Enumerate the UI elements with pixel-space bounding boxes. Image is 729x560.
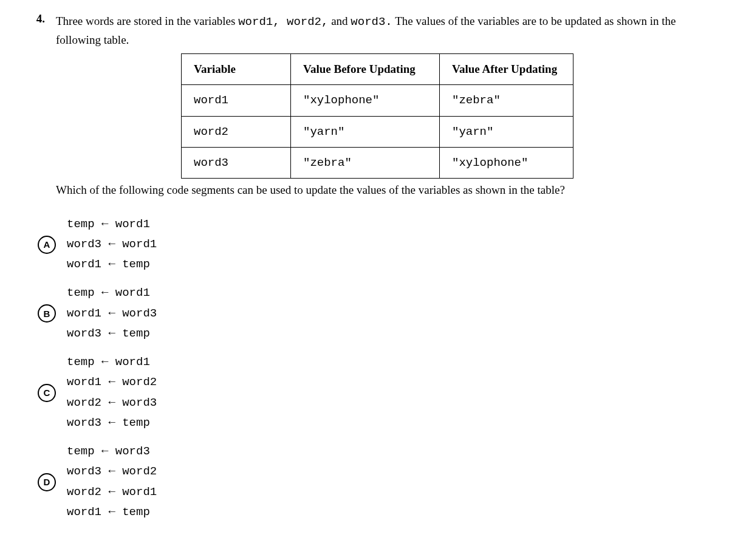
answer-choices: A temp ← word1 word3 ← word1 word1 ← tem… <box>38 214 699 523</box>
code-line: word1 ← temp <box>67 505 150 519</box>
choice-b[interactable]: B temp ← word1 word1 ← word3 word3 ← tem… <box>38 283 699 344</box>
question-number: 4. <box>30 12 45 26</box>
cell-variable: word2 <box>182 116 291 147</box>
cell-after: "xylophone" <box>440 147 573 178</box>
cell-after: "yarn" <box>440 116 573 147</box>
cell-variable: word3 <box>182 147 291 178</box>
code-line: word3 ← word2 <box>67 465 157 478</box>
choice-letter: B <box>38 304 56 323</box>
code-line: word3 ← temp <box>67 327 150 340</box>
question-body: Three words are stored in the variables … <box>56 12 699 200</box>
choice-letter: C <box>38 384 56 402</box>
question-block: 4. Three words are stored in the variabl… <box>30 12 699 200</box>
cell-after: "zebra" <box>440 85 573 116</box>
table-row: word3 "zebra" "xylophone" <box>182 147 573 178</box>
choice-c[interactable]: C temp ← word1 word1 ← word2 word2 ← wor… <box>38 352 699 433</box>
choice-code: temp ← word1 word1 ← word3 word3 ← temp <box>67 283 157 344</box>
code-line: word1 ← temp <box>67 258 150 271</box>
header-after: Value After Updating <box>440 53 573 84</box>
code-line: word3 ← temp <box>67 416 150 429</box>
choice-code: temp ← word3 word3 ← word2 word2 ← word1… <box>67 442 157 522</box>
choice-code: temp ← word1 word1 ← word2 word2 ← word3… <box>67 352 157 433</box>
stem-text-1: Three words are stored in the variables <box>56 15 238 27</box>
choice-code: temp ← word1 word3 ← word1 word1 ← temp <box>67 214 157 275</box>
stem-code-2: word3. <box>351 15 392 29</box>
table-container: Variable Value Before Updating Value Aft… <box>56 53 699 179</box>
code-line: word1 ← word2 <box>67 375 157 389</box>
table-header-row: Variable Value Before Updating Value Aft… <box>182 53 573 84</box>
choice-d[interactable]: D temp ← word3 word3 ← word2 word2 ← wor… <box>38 442 699 522</box>
stem-code-1: word1, word2, <box>238 15 328 29</box>
choice-letter: A <box>38 236 56 254</box>
code-line: word2 ← word3 <box>67 396 157 409</box>
code-line: word1 ← word3 <box>67 307 157 320</box>
variables-table: Variable Value Before Updating Value Aft… <box>181 53 573 179</box>
choice-letter: D <box>38 473 56 491</box>
choice-a[interactable]: A temp ← word1 word3 ← word1 word1 ← tem… <box>38 214 699 275</box>
cell-before: "zebra" <box>291 147 440 178</box>
cell-before: "yarn" <box>291 116 440 147</box>
stem-text-2: and <box>328 15 351 27</box>
code-line: temp ← word1 <box>67 355 150 369</box>
header-variable: Variable <box>182 53 291 84</box>
question-stem: Three words are stored in the variables … <box>56 12 699 50</box>
table-row: word1 "xylophone" "zebra" <box>182 85 573 116</box>
code-line: word2 ← word1 <box>67 485 157 499</box>
code-line: temp ← word1 <box>67 217 150 231</box>
cell-variable: word1 <box>182 85 291 116</box>
code-line: word3 ← word1 <box>67 237 157 251</box>
question-followup: Which of the following code segments can… <box>56 181 699 199</box>
cell-before: "xylophone" <box>291 85 440 116</box>
code-line: temp ← word3 <box>67 445 150 458</box>
table-row: word2 "yarn" "yarn" <box>182 116 573 147</box>
header-before: Value Before Updating <box>291 53 440 84</box>
code-line: temp ← word1 <box>67 286 150 299</box>
